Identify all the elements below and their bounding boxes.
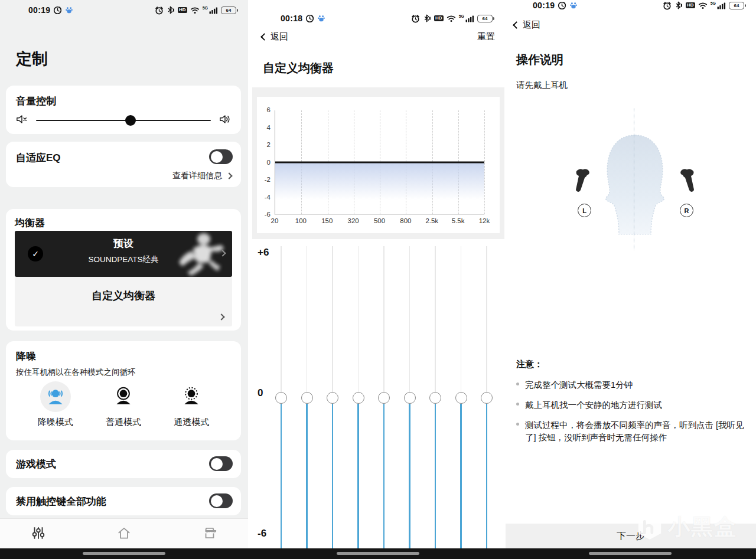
panel-instructions: 00:19 HD 5G 64 返回 操作说明 请先戴上耳机 <box>504 0 756 559</box>
bottom-nav <box>0 518 248 549</box>
status-bar: 00:18 HD 5G 64 <box>252 8 504 28</box>
eq-plot <box>275 110 484 215</box>
left-earbud-badge: L <box>578 204 591 217</box>
timer-icon <box>53 6 62 15</box>
anc-mode-group: 降噪模式 普通模式 <box>6 381 241 428</box>
battery-level: 64 <box>226 8 232 13</box>
eq-band-slider[interactable] <box>378 246 390 549</box>
speaker-loud-icon[interactable] <box>219 114 231 128</box>
eq-slider-zone: +6 0 -6 <box>252 239 504 549</box>
nav-home-icon[interactable] <box>116 525 132 543</box>
eq-band-slider[interactable] <box>353 246 364 549</box>
custom-eq-entry[interactable]: 自定义均衡器 <box>15 277 232 326</box>
toggle-knob <box>211 151 223 163</box>
panel-custom-eq: 00:18 HD 5G 64 返回 重置 自定义均衡器 <box>252 0 504 559</box>
slider-track-upper <box>435 246 436 392</box>
adaptive-eq-toggle[interactable] <box>209 149 233 164</box>
note-item: 完成整个测试大概需要1分钟 <box>516 379 745 391</box>
chevron-right-icon <box>226 172 232 179</box>
note-text: 完成整个测试大概需要1分钟 <box>525 379 633 391</box>
battery-icon: 64 <box>221 6 236 14</box>
head-diagram: L R <box>504 106 756 249</box>
y-tick-label: 2 <box>267 141 271 148</box>
slider-track-upper <box>332 246 333 392</box>
mode-anc[interactable]: 降噪模式 <box>23 381 88 428</box>
transparency-mode-icon <box>176 381 207 412</box>
view-details-link[interactable]: 查看详细信息 <box>172 171 232 181</box>
hd-badge: HD <box>178 7 187 13</box>
y-tick-label: 0 <box>267 159 271 166</box>
slider-thumb[interactable] <box>404 392 416 404</box>
mode-normal-label: 普通模式 <box>106 417 141 428</box>
nav-store-icon[interactable] <box>202 525 217 543</box>
wifi-icon <box>190 6 200 14</box>
eq-band-slider[interactable] <box>455 246 467 549</box>
mode-transparency[interactable]: 通透模式 <box>159 381 224 428</box>
toggle-knob <box>211 458 223 470</box>
alarm-icon <box>155 6 164 15</box>
alarm-icon <box>411 14 420 23</box>
scale-max-label: +6 <box>258 247 269 259</box>
eq-band-slider[interactable] <box>301 246 313 549</box>
volume-track[interactable] <box>36 120 211 121</box>
slider-thumb[interactable] <box>327 392 338 404</box>
status-time: 00:19 <box>28 5 50 15</box>
eq-band-slider[interactable] <box>429 246 441 549</box>
eq-band-slider[interactable] <box>481 246 493 549</box>
eq-band-slider[interactable] <box>327 246 338 549</box>
game-mode-toggle[interactable] <box>209 456 233 471</box>
slider-track-upper <box>281 246 282 392</box>
timer-icon <box>305 14 314 23</box>
battery-level: 64 <box>734 3 739 8</box>
eq-curve-line <box>275 162 484 164</box>
reset-button[interactable]: 重置 <box>477 31 495 43</box>
back-button[interactable]: 返回 <box>514 19 540 31</box>
x-tick-label: 150 <box>321 217 333 224</box>
preset-eq-banner[interactable]: ✓ 预设 SOUNDPEATS经典 <box>15 231 232 277</box>
note-item: 测试过程中，将会播放不同频率的声音，听到点击 [我听见了] 按钮，没听到声音时无… <box>516 419 745 444</box>
game-mode-label: 游戏模式 <box>16 457 231 471</box>
home-indicator[interactable] <box>83 552 165 555</box>
preset-selected-check-icon: ✓ <box>28 246 43 261</box>
gridline <box>484 110 485 214</box>
y-tick-label: -4 <box>265 194 271 201</box>
volume-slider[interactable] <box>36 112 211 129</box>
disable-touch-toggle[interactable] <box>209 493 233 508</box>
hd-badge: HD <box>434 15 444 21</box>
x-tick-label: 500 <box>374 217 385 224</box>
status-time: 00:19 <box>533 1 555 10</box>
right-earbud-badge: R <box>680 204 693 217</box>
slider-thumb[interactable] <box>301 392 313 404</box>
eq-band-slider[interactable] <box>404 246 416 549</box>
slider-thumb[interactable] <box>455 392 467 404</box>
mode-anc-label: 降噪模式 <box>38 417 73 428</box>
ime-paw-icon <box>317 14 325 22</box>
slider-track-lower <box>332 404 334 550</box>
speaker-mute-icon[interactable] <box>16 114 28 128</box>
slider-thumb[interactable] <box>353 392 364 404</box>
slider-track-upper <box>461 246 462 392</box>
x-tick-label: 800 <box>400 217 411 224</box>
noise-cancel-subtitle: 按住耳机柄以在各种模式之间循环 <box>16 367 136 378</box>
slider-thumb[interactable] <box>378 392 390 404</box>
volume-thumb[interactable] <box>125 115 136 126</box>
right-earbud-icon <box>679 166 697 195</box>
page-title: 定制 <box>16 48 48 70</box>
hd-badge: HD <box>686 2 695 8</box>
slider-thumb[interactable] <box>481 392 493 404</box>
slider-thumb[interactable] <box>429 392 441 404</box>
preset-title: 预设 <box>15 237 232 250</box>
nav-equalizer-icon[interactable] <box>31 525 46 543</box>
slider-track-lower <box>435 404 436 550</box>
adaptive-eq-card: 自适应EQ 查看详细信息 <box>6 142 241 187</box>
volume-label: 音量控制 <box>16 94 231 108</box>
back-button[interactable]: 返回 <box>262 31 288 43</box>
status-bar: 00:19 HD 5G 64 <box>0 0 248 20</box>
slider-thumb[interactable] <box>275 392 287 404</box>
home-indicator[interactable] <box>589 552 672 555</box>
eq-band-slider[interactable] <box>275 246 287 549</box>
home-indicator[interactable] <box>337 552 419 555</box>
next-step-button[interactable]: 下一步 <box>506 524 756 549</box>
mode-normal[interactable]: 普通模式 <box>91 381 156 428</box>
ime-paw-icon <box>569 1 578 9</box>
